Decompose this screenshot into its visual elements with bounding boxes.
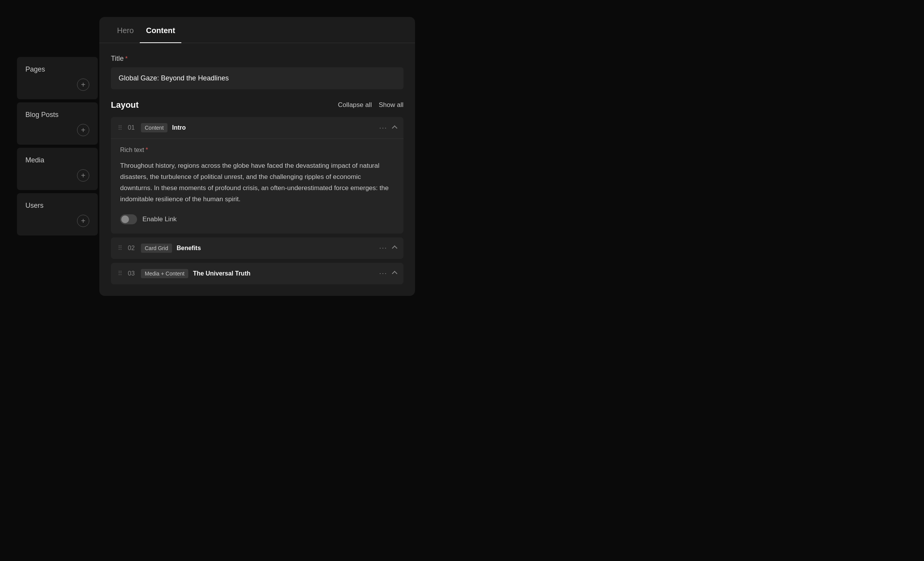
show-all-button[interactable]: Show all — [379, 101, 403, 109]
rich-text-required-01: * — [146, 147, 148, 154]
item-actions-01: ··· — [379, 124, 397, 132]
layout-item-02: ⠿ 02 Card Grid Benefits ··· — [111, 237, 403, 259]
sidebar-add-pages[interactable]: + — [77, 78, 89, 91]
tab-hero[interactable]: Hero — [111, 17, 140, 43]
sidebar-label-users: Users — [25, 202, 44, 210]
sidebar-card-media[interactable]: Media + — [17, 148, 98, 190]
enable-link-label-01: Enable Link — [142, 215, 177, 223]
collapse-all-button[interactable]: Collapse all — [338, 101, 372, 109]
layout-item-body-01: Rich text * Throughout history, regions … — [111, 139, 403, 234]
item-num-01: 01 — [128, 124, 136, 131]
sidebar-add-users[interactable]: + — [77, 215, 89, 227]
layout-item-header-03: ⠿ 03 Media + Content The Universal Truth… — [111, 263, 403, 284]
sidebar-card-users[interactable]: Users + — [17, 193, 98, 235]
item-collapse-button-03[interactable] — [393, 269, 397, 277]
title-field-label: Title * — [111, 55, 403, 63]
layout-items: ⠿ 01 Content Intro ··· Rich text * — [111, 117, 403, 284]
item-num-03: 03 — [128, 270, 136, 277]
item-name-02: Benefits — [177, 245, 375, 252]
item-more-button-03[interactable]: ··· — [379, 269, 387, 277]
item-name-01: Intro — [172, 124, 375, 131]
sidebar-label-media: Media — [25, 156, 44, 164]
sidebar-card-blog-posts[interactable]: Blog Posts + — [17, 102, 98, 145]
sidebar-label-blog-posts: Blog Posts — [25, 111, 59, 119]
drag-handle-01[interactable]: ⠿ — [118, 124, 123, 132]
item-name-03: The Universal Truth — [193, 270, 375, 277]
drag-handle-02[interactable]: ⠿ — [118, 244, 123, 252]
item-type-badge-03: Media + Content — [141, 269, 188, 278]
chevron-up-icon-01 — [392, 125, 397, 130]
chevron-up-icon-02 — [392, 245, 397, 251]
layout-title: Layout — [111, 100, 139, 110]
item-num-02: 02 — [128, 245, 136, 252]
item-more-button-02[interactable]: ··· — [379, 244, 387, 252]
item-type-badge-01: Content — [141, 123, 167, 132]
item-collapse-button-01[interactable] — [393, 124, 397, 132]
sidebar: Pages + Blog Posts + Media + Users + — [17, 57, 98, 235]
drag-handle-03[interactable]: ⠿ — [118, 270, 123, 277]
title-input[interactable] — [111, 67, 403, 89]
item-type-badge-02: Card Grid — [141, 244, 172, 253]
rich-text-label-01: Rich text * — [120, 147, 394, 154]
enable-link-toggle-01[interactable] — [120, 214, 137, 224]
item-collapse-button-02[interactable] — [393, 244, 397, 252]
sidebar-add-blog-posts[interactable]: + — [77, 124, 89, 136]
required-indicator: * — [125, 55, 127, 62]
layout-actions: Collapse all Show all — [338, 101, 403, 109]
sidebar-add-media[interactable]: + — [77, 169, 89, 182]
layout-item-header-02: ⠿ 02 Card Grid Benefits ··· — [111, 237, 403, 259]
item-actions-02: ··· — [379, 244, 397, 252]
item-more-button-01[interactable]: ··· — [379, 124, 387, 132]
layout-item-01: ⠿ 01 Content Intro ··· Rich text * — [111, 117, 403, 234]
item-actions-03: ··· — [379, 269, 397, 277]
layout-item-03: ⠿ 03 Media + Content The Universal Truth… — [111, 263, 403, 284]
layout-header: Layout Collapse all Show all — [111, 100, 403, 110]
enable-link-row-01: Enable Link — [120, 214, 394, 224]
layout-item-header-01: ⠿ 01 Content Intro ··· — [111, 117, 403, 139]
chevron-up-icon-03 — [392, 271, 397, 276]
rich-text-content-01[interactable]: Throughout history, regions across the g… — [120, 160, 394, 205]
sidebar-label-pages: Pages — [25, 65, 45, 73]
content-area: Title * Layout Collapse all Show all ⠿ 0… — [99, 43, 415, 296]
tab-content[interactable]: Content — [140, 17, 181, 43]
tabs-bar: Hero Content — [99, 17, 415, 43]
sidebar-card-pages[interactable]: Pages + — [17, 57, 98, 99]
main-panel: Hero Content Title * Layout Collapse all… — [99, 17, 415, 296]
